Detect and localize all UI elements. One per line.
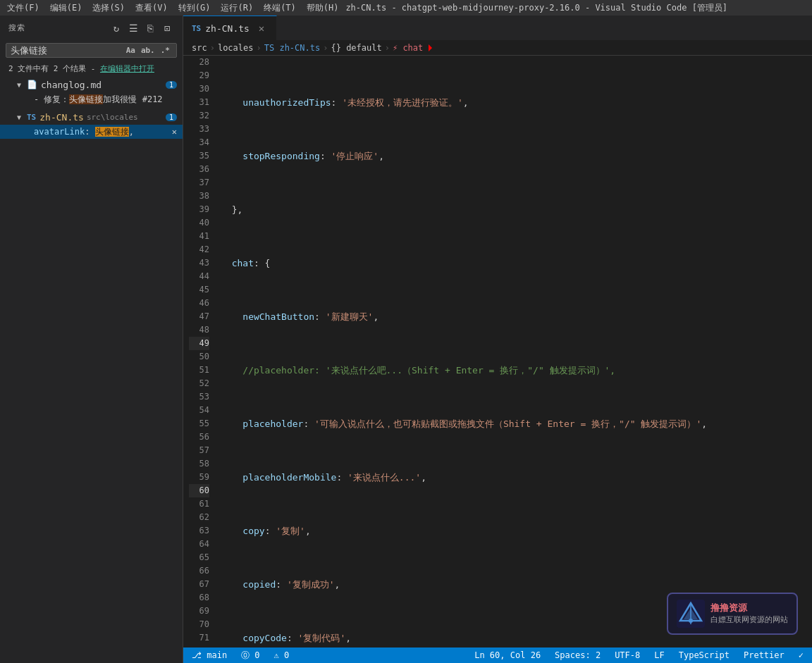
tabs-bar: TS zh-CN.ts ✕ [183,16,812,40]
search-options: Aa ab. .* [124,45,172,56]
tree-item-changlog[interactable]: ▼ 📄 changlog.md 1 [0,77,183,92]
ln-30: 30 [189,82,209,96]
bc-default[interactable]: {} default [331,43,381,53]
new-file-button[interactable]: ⎘ [143,21,157,35]
changlog-result-row[interactable]: - 修复：头像链接加我很慢 #212 [0,92,183,106]
changlog-filename: changlog.md [41,80,102,90]
watermark-text: 撸撸资源 白嫖互联网资源的网站 [710,602,788,626]
zhcn-result-row[interactable]: avatarLink: 头像链接, ✕ [0,125,183,139]
search-input-container[interactable]: Aa ab. .* [6,43,177,58]
line-ending[interactable]: LF [651,650,667,660]
menu-edit[interactable]: 编辑(E) [50,2,82,14]
tree-arrow-zhcn: ▼ [17,113,24,121]
menu-run[interactable]: 运行(R) [221,2,253,14]
ln-39: 39 [189,203,209,216]
menu-help[interactable]: 帮助(H) [307,2,339,14]
changlog-badge: 1 [166,81,177,89]
ln-48: 48 [189,323,209,337]
sidebar-actions: ↻ ☰ ⎘ ⊡ [109,21,174,35]
ln-43: 43 [189,256,209,270]
error-count[interactable]: ⓪ 0 [238,650,262,662]
menu-goto[interactable]: 转到(G) [178,2,211,14]
ln-70: 70 [189,618,209,631]
case-sensitive-button[interactable]: Aa [124,45,137,56]
collapse-all-button[interactable]: ☰ [126,21,140,35]
svg-point-5 [689,619,693,623]
code-line-29: stopResponding: '停止响应', [221,149,812,163]
ln-61: 61 [189,497,209,511]
code-line-30: }, [221,203,812,216]
tab-zhcn[interactable]: TS zh-CN.ts ✕ [183,16,277,40]
open-in-editor-link[interactable]: 在编辑器中打开 [100,64,154,73]
ln-50: 50 [189,350,209,364]
results-count-text: 2 文件中有 2 个结果 - [8,64,100,73]
ln-32: 32 [189,109,209,123]
code-line-28: unauthorizedTips: '未经授权，请先进行验证。', [221,96,812,109]
content-area: TS zh-CN.ts ✕ src › locales › TS zh-CN.t… [183,16,812,663]
ln-60: 60 [189,484,209,497]
ln-40: 40 [189,216,209,230]
ln-62: 62 [189,511,209,524]
menu-view[interactable]: 查看(V) [135,2,168,14]
code-line-32: newChatButton: '新建聊天', [221,310,812,323]
search-results-info: 2 文件中有 2 个结果 - 在编辑器中打开 [0,61,183,77]
sidebar-section-title: 搜索 [8,23,25,33]
tab-label-zhcn: TS zh-CN.ts [192,23,250,34]
ln-59: 59 [189,471,209,484]
search-input[interactable] [11,45,121,56]
line-numbers: 28 29 30 31 32 33 34 35 36 37 38 39 40 4… [183,56,215,647]
bc-sep-3: › [323,43,328,53]
ln-42: 42 [189,243,209,256]
language-mode[interactable]: TypeScript [676,650,732,660]
ln-51: 51 [189,364,209,377]
ln-34: 34 [189,136,209,149]
ln-36: 36 [189,163,209,176]
ln-47: 47 [189,310,209,323]
whole-word-button[interactable]: ab. [139,45,157,56]
title-bar-menu[interactable]: 文件(F) 编辑(E) 选择(S) 查看(V) 转到(G) 运行(R) 终端(T… [7,2,339,14]
indentation[interactable]: Spaces: 2 [552,650,603,660]
code-content: unauthorizedTips: '未经授权，请先进行验证。', stopRe… [215,56,812,647]
sync-status[interactable]: ✓ [796,650,806,660]
bc-chat[interactable]: ⚡ chat [393,43,423,53]
bc-src[interactable]: src [192,43,207,53]
refresh-button[interactable]: ↻ [109,21,123,35]
menu-terminal[interactable]: 终端(T) [264,2,296,14]
ln-63: 63 [189,524,209,538]
git-branch[interactable]: ⎇ main [189,650,230,660]
bc-locales[interactable]: locales [218,43,254,53]
tab-filename: zh-CN.ts [205,23,250,34]
ln-58: 58 [189,457,209,471]
code-line-36: copy: '复制', [221,524,812,538]
menu-file[interactable]: 文件(F) [7,2,39,14]
encoding[interactable]: UTF-8 [612,650,643,660]
cursor-position[interactable]: Ln 60, Col 26 [472,650,543,660]
status-bar-left: ⎇ main ⓪ 0 ⚠ 0 [189,650,292,662]
tab-ts-icon: TS [192,24,201,33]
regex-button[interactable]: .* [159,45,172,56]
main-layout: 搜索 ↻ ☰ ⎘ ⊡ Aa ab. .* 2 文件中有 2 个结果 - 在编辑器… [0,16,812,663]
ln-31: 31 [189,96,209,109]
ts-file-icon: TS [27,113,36,122]
warning-count[interactable]: ⚠ 0 [271,650,293,660]
ln-57: 57 [189,444,209,457]
bc-zhcn[interactable]: TS zh-CN.ts [264,43,320,53]
ln-65: 65 [189,551,209,564]
ln-44: 44 [189,270,209,283]
file-tree: ▼ 📄 changlog.md 1 - 修复：头像链接加我很慢 #212 ▼ T… [0,77,183,663]
ln-35: 35 [189,149,209,163]
sidebar-header: 搜索 ↻ ☰ ⎘ ⊡ [0,16,183,40]
menu-select[interactable]: 选择(S) [92,2,125,14]
zhcn-result-text: avatarLink: 头像链接, [34,126,134,138]
tab-close-button[interactable]: ✕ [255,22,268,35]
watermark-subtitle: 白嫖互联网资源的网站 [710,614,788,625]
title-bar: 文件(F) 编辑(E) 选择(S) 查看(V) 转到(G) 运行(R) 终端(T… [0,0,812,16]
result-close-icon[interactable]: ✕ [172,127,177,137]
tree-item-zhcn[interactable]: ▼ TS zh-CN.ts src\locales 1 [0,109,183,125]
zhcn-filepath: src\locales [87,113,138,122]
clear-results-button[interactable]: ⊡ [160,21,174,35]
formatter[interactable]: Prettier [741,650,787,660]
ln-37: 37 [189,176,209,190]
editor[interactable]: 28 29 30 31 32 33 34 35 36 37 38 39 40 4… [183,56,812,647]
status-bar: ⎇ main ⓪ 0 ⚠ 0 Ln 60, Col 26 Spaces: 2 U… [183,647,812,663]
